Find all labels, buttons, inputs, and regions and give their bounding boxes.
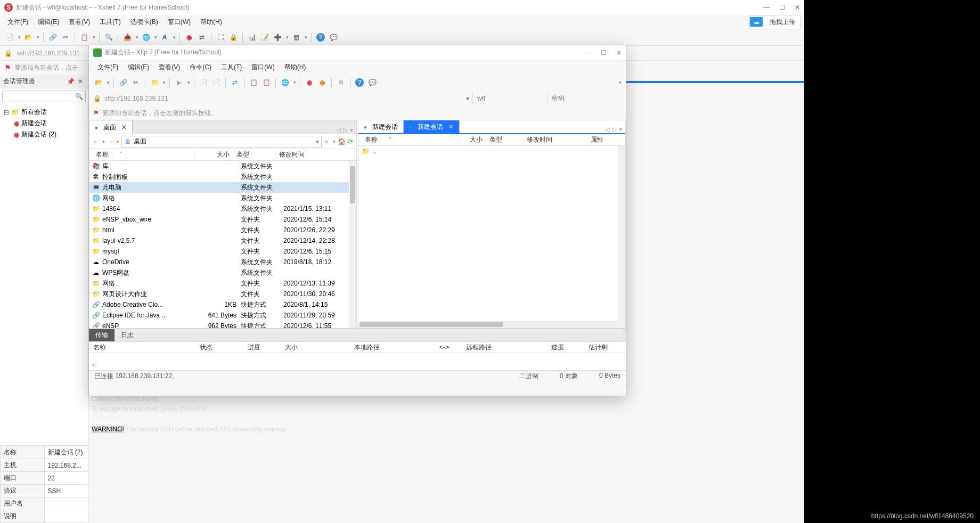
file-row[interactable]: 🛠控制面板系统文件夹 <box>89 171 356 182</box>
tcol-name[interactable]: 名称 <box>89 343 195 352</box>
drag-upload-button[interactable]: ☁ 拖拽上传 <box>749 15 801 29</box>
bookmark-icon[interactable]: ★ <box>324 138 330 145</box>
settings-icon[interactable] <box>336 77 346 88</box>
remote-tab-1[interactable]: 新建会话 <box>358 120 404 133</box>
close-button[interactable]: ✕ <box>795 4 800 11</box>
paste-icon[interactable]: 📋 <box>261 77 272 88</box>
font-icon[interactable]: A <box>159 32 170 43</box>
username-input[interactable] <box>472 93 547 104</box>
file-row[interactable]: 📁网络文件夹2020/12/13, 11:39 <box>89 278 356 289</box>
tcol-status[interactable]: 状态 <box>195 343 243 352</box>
tab-close-icon[interactable]: ✕ <box>446 123 454 130</box>
reconnect-icon[interactable]: 🔗 <box>47 32 58 43</box>
tab-next-icon[interactable]: ▷ <box>612 126 617 133</box>
tcol-local[interactable]: 本地路径 <box>350 343 435 352</box>
tcol-remote[interactable]: 远程路径 <box>462 343 547 352</box>
menu-tools[interactable]: 工具(T) <box>217 61 246 73</box>
tcol-dir[interactable]: <-> <box>435 344 462 351</box>
terminal-output[interactable]: Connection established. To escape to loc… <box>92 394 804 434</box>
menu-help[interactable]: 帮助(H) <box>196 16 226 28</box>
tab-close-icon[interactable]: ✕ <box>119 124 127 131</box>
transfer-scroll-left-icon[interactable]: < <box>92 362 96 369</box>
menu-tabs[interactable]: 选项卡(B) <box>126 16 162 28</box>
file-row[interactable]: 📚库系统文件夹 <box>89 161 356 171</box>
file-row[interactable]: 📁layui-v2.5.7文件夹2020/12/14, 22:28 <box>89 235 356 246</box>
copy-icon[interactable]: 📋 <box>79 32 89 43</box>
xagent-icon[interactable]: ◉ <box>317 77 328 88</box>
sync-icon[interactable]: ⇄ <box>230 77 240 88</box>
menu-view[interactable]: 查看(V) <box>64 16 94 28</box>
tree-session-1[interactable]: ◉ 新建会话 <box>2 118 86 129</box>
col-size[interactable]: 大小 <box>460 134 486 145</box>
script-icon[interactable]: 📝 <box>259 32 270 43</box>
remote-tab-2[interactable]: 新建会话 ✕ <box>404 120 460 133</box>
file-row[interactable]: 🔗eNSP962 Bytes快捷方式2020/12/6, 11:55 <box>89 321 356 328</box>
xftp-launch-icon[interactable]: ⇄ <box>197 32 207 43</box>
pin-icon[interactable]: 📌 <box>65 78 76 85</box>
new-session-icon[interactable]: 📄 <box>4 32 15 43</box>
col-name[interactable]: 名称 ˄ <box>89 149 195 160</box>
menu-window[interactable]: 窗口(W) <box>164 16 195 28</box>
search-icon[interactable] <box>103 32 114 43</box>
local-tab-desktop[interactable]: 桌面 ✕ <box>89 121 133 134</box>
help-icon[interactable] <box>354 77 365 88</box>
lock-icon[interactable]: 🔒 <box>228 32 239 43</box>
file-row[interactable]: 🔗Adobe Creative Clo...1KB快捷方式2020/8/1, 1… <box>89 299 356 310</box>
tab-menu-icon[interactable]: ▾ <box>619 126 622 133</box>
doc1-icon[interactable]: 📄 <box>198 77 209 88</box>
open-session-icon[interactable]: 📂 <box>23 32 34 43</box>
tab-next-icon[interactable]: ▷ <box>343 126 348 134</box>
properties-icon[interactable]: 📊 <box>247 32 257 43</box>
tab-prev-icon[interactable]: ◁ <box>605 126 610 133</box>
tree-root[interactable]: ⊟ 📁 所有会话 <box>2 107 86 118</box>
local-scrollbar[interactable] <box>349 161 356 328</box>
file-row[interactable]: 📁网页设计大作业文件夹2020/11/30, 20:46 <box>89 289 356 299</box>
tab-log[interactable]: 日志 <box>115 329 140 341</box>
menu-command[interactable]: 命令(C) <box>185 61 216 73</box>
tab-prev-icon[interactable]: ◁ <box>336 126 341 134</box>
col-attr[interactable]: 属性 <box>587 134 625 145</box>
xftp-address[interactable]: sftp://192.168.239.131 <box>104 95 463 102</box>
address-dropdown-icon[interactable]: ▾ <box>463 95 472 102</box>
remote-file-list[interactable]: 📁 .. <box>358 146 625 328</box>
file-row[interactable]: 🌐网络系统文件夹 <box>89 193 356 203</box>
menu-help[interactable]: 帮助(H) <box>280 61 311 73</box>
tab-menu-icon[interactable]: ▾ <box>350 126 353 134</box>
file-row[interactable]: 📁eNSP_vbox_wire文件夹2020/12/6, 15:14 <box>89 214 356 225</box>
disconnect-icon[interactable]: ✂ <box>130 77 141 88</box>
local-file-list[interactable]: 📚库系统文件夹🛠控制面板系统文件夹💻此电脑系统文件夹🌐网络系统文件夹📁14864… <box>89 161 356 328</box>
path-dropdown-icon[interactable]: ▾ <box>316 138 319 145</box>
minimize-button[interactable]: — <box>763 4 770 11</box>
tree-session-2[interactable]: ◉ 新建会话 (2) <box>2 129 86 140</box>
menu-file[interactable]: 文件(F) <box>3 16 32 28</box>
file-row[interactable]: 📁html文件夹2020/12/26, 22:29 <box>89 225 356 235</box>
col-mtime[interactable]: 修改时间 <box>276 149 356 160</box>
globe-icon[interactable] <box>141 32 151 43</box>
nav-fwd-icon[interactable]: → <box>107 138 113 145</box>
file-row[interactable]: 📁14864系统文件夹2021/1/15, 13:11 <box>89 203 356 214</box>
copy-icon[interactable]: 📋 <box>248 77 259 88</box>
menu-edit[interactable]: 编辑(E) <box>124 61 153 73</box>
help-icon[interactable] <box>315 32 326 43</box>
file-row[interactable]: 🔗Eclipse IDE for Java ...641 Bytes快捷方式20… <box>89 310 356 321</box>
tcol-eta[interactable]: 估计剩 <box>584 343 626 352</box>
file-row[interactable]: ☁OneDrive系统文件夹2019/8/18, 18:12 <box>89 257 356 267</box>
remote-vscrollbar[interactable] <box>618 146 625 328</box>
tab-transfer[interactable]: 传输 <box>89 329 115 341</box>
chat-icon[interactable]: 💬 <box>367 77 378 88</box>
xftp-titlebar[interactable]: 新建会话 - Xftp 7 (Free for Home/School) — ☐… <box>89 45 626 60</box>
transfer-list[interactable]: < <box>89 353 626 370</box>
xshell-address[interactable]: ssh://192.168.239.131 <box>17 50 80 57</box>
tcol-size[interactable]: 大小 <box>281 343 350 352</box>
chat-icon[interactable]: 💬 <box>328 32 339 43</box>
remote-updir[interactable]: 📁 .. <box>358 146 625 157</box>
xshell-launch-icon[interactable]: ◉ <box>304 77 315 88</box>
doc2-icon[interactable]: 📄 <box>211 77 222 88</box>
tcol-speed[interactable]: 速度 <box>547 343 584 352</box>
close-button[interactable]: ✕ <box>616 49 622 56</box>
layout-icon[interactable]: ▦ <box>291 32 301 43</box>
password-input[interactable] <box>547 93 622 104</box>
menu-view[interactable]: 查看(V) <box>154 61 184 73</box>
col-mtime[interactable]: 修改时间 <box>524 134 587 145</box>
menu-window[interactable]: 窗口(W) <box>247 61 279 73</box>
